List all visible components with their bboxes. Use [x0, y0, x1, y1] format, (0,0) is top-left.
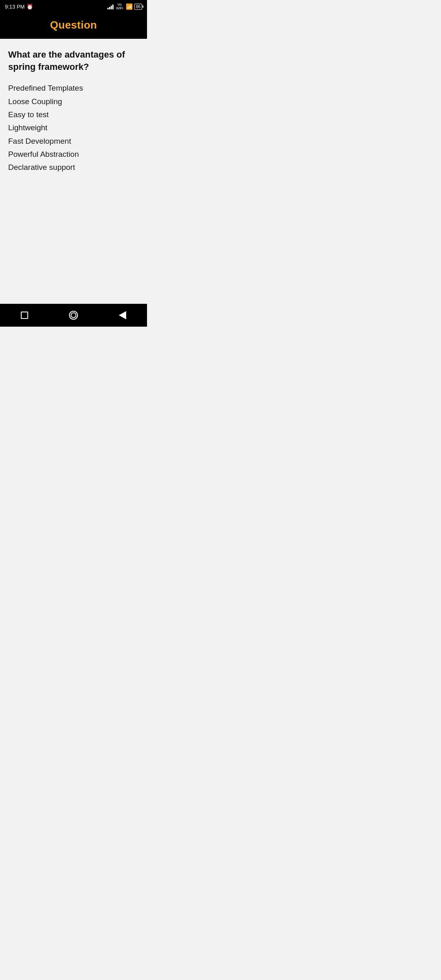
back-button[interactable] — [117, 310, 128, 321]
wifi-icon: 📶 — [126, 3, 133, 10]
back-icon — [119, 311, 126, 319]
list-item: Declarative support — [8, 161, 139, 174]
alarm-icon: ⏰ — [27, 4, 33, 10]
status-bar: 9:13 PM ⏰ Vo WiFi 📶 86 — [0, 0, 147, 13]
time-text: 9:13 PM — [5, 4, 24, 10]
question-title: What are the advantages of spring framew… — [8, 49, 139, 73]
answer-list: Predefined TemplatesLoose CouplingEasy t… — [8, 82, 139, 174]
list-item: Lightweight — [8, 121, 139, 134]
list-item: Fast Development — [8, 135, 139, 148]
battery-icon: 86 — [134, 4, 142, 10]
page-title: Question — [50, 19, 97, 31]
list-item: Predefined Templates — [8, 82, 139, 95]
battery-level: 86 — [136, 4, 140, 9]
content-area: What are the advantages of spring framew… — [0, 39, 147, 304]
list-item: Powerful Abstraction — [8, 148, 139, 161]
signal-icon — [107, 4, 114, 9]
home-button[interactable] — [68, 310, 79, 321]
status-time: 9:13 PM ⏰ — [5, 4, 33, 10]
status-icons: Vo WiFi 📶 86 — [107, 3, 142, 10]
list-item: Easy to test — [8, 108, 139, 121]
recents-icon — [21, 312, 28, 319]
app-header: Question — [0, 13, 147, 39]
list-item: Loose Coupling — [8, 95, 139, 108]
recents-button[interactable] — [19, 310, 30, 321]
vowifi-icon: Vo WiFi — [116, 3, 123, 10]
home-icon — [69, 311, 78, 320]
navigation-bar — [0, 304, 147, 327]
